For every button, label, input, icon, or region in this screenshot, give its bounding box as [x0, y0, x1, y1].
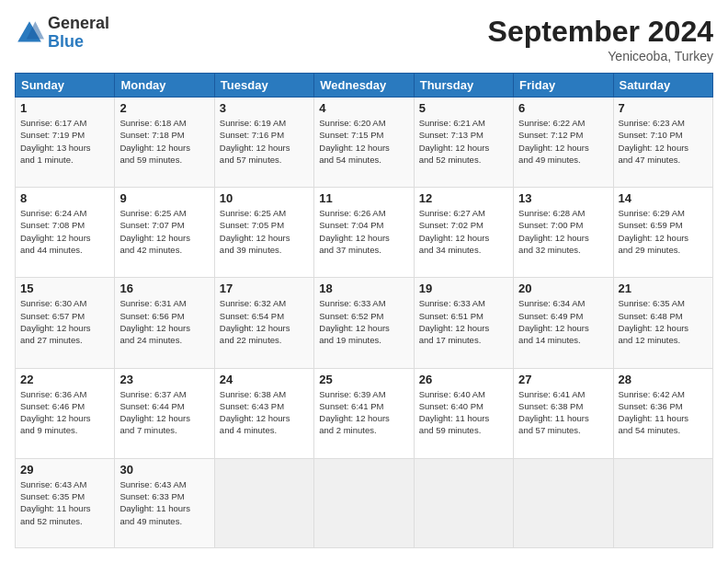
day-cell: 2Sunrise: 6:18 AM Sunset: 7:18 PM Daylig… [115, 98, 214, 188]
day-cell: 24Sunrise: 6:38 AM Sunset: 6:43 PM Dayli… [214, 368, 313, 458]
day-cell: 23Sunrise: 6:37 AM Sunset: 6:44 PM Dayli… [115, 368, 214, 458]
day-cell: 27Sunrise: 6:41 AM Sunset: 6:38 PM Dayli… [514, 368, 613, 458]
day-cell: 3Sunrise: 6:19 AM Sunset: 7:16 PM Daylig… [214, 98, 313, 188]
col-wednesday: Wednesday [314, 74, 414, 98]
day-cell: 5Sunrise: 6:21 AM Sunset: 7:13 PM Daylig… [414, 98, 513, 188]
day-number: 4 [319, 101, 408, 115]
day-cell [514, 458, 613, 547]
col-friday: Friday [514, 74, 613, 98]
day-number: 2 [119, 101, 209, 115]
day-cell: 17Sunrise: 6:32 AM Sunset: 6:54 PM Dayli… [214, 278, 313, 368]
day-info: Sunrise: 6:28 AM Sunset: 7:00 PM Dayligh… [518, 207, 608, 256]
logo-text: General Blue [48, 15, 109, 52]
title-block: September 2024 Yeniceoba, Turkey [488, 15, 713, 63]
day-number: 27 [518, 373, 608, 386]
day-info: Sunrise: 6:35 AM Sunset: 6:48 PM Dayligh… [619, 297, 708, 346]
col-monday: Monday [115, 74, 214, 98]
day-cell: 13Sunrise: 6:28 AM Sunset: 7:00 PM Dayli… [514, 188, 613, 278]
day-cell [613, 458, 712, 547]
day-number: 14 [619, 191, 708, 205]
day-cell [314, 458, 414, 547]
day-cell: 20Sunrise: 6:34 AM Sunset: 6:49 PM Dayli… [514, 278, 613, 368]
day-cell [214, 458, 313, 547]
logo: General Blue [15, 15, 109, 52]
week-row-4: 22Sunrise: 6:36 AM Sunset: 6:46 PM Dayli… [16, 368, 713, 458]
month-title: September 2024 [488, 15, 713, 49]
day-info: Sunrise: 6:37 AM Sunset: 6:44 PM Dayligh… [119, 388, 209, 437]
day-number: 1 [20, 101, 109, 115]
day-cell: 8Sunrise: 6:24 AM Sunset: 7:08 PM Daylig… [16, 188, 115, 278]
day-info: Sunrise: 6:17 AM Sunset: 7:19 PM Dayligh… [20, 117, 109, 166]
day-info: Sunrise: 6:18 AM Sunset: 7:18 PM Dayligh… [119, 117, 209, 166]
col-thursday: Thursday [414, 74, 513, 98]
day-info: Sunrise: 6:23 AM Sunset: 7:10 PM Dayligh… [619, 117, 708, 166]
day-cell: 1Sunrise: 6:17 AM Sunset: 7:19 PM Daylig… [16, 98, 115, 188]
logo-blue: Blue [48, 33, 109, 52]
day-number: 29 [20, 463, 109, 477]
day-cell: 28Sunrise: 6:42 AM Sunset: 6:36 PM Dayli… [613, 368, 712, 458]
day-cell: 6Sunrise: 6:22 AM Sunset: 7:12 PM Daylig… [514, 98, 613, 188]
week-row-5: 29Sunrise: 6:43 AM Sunset: 6:35 PM Dayli… [16, 458, 713, 547]
day-info: Sunrise: 6:26 AM Sunset: 7:04 PM Dayligh… [319, 207, 408, 256]
day-number: 23 [119, 373, 209, 386]
day-info: Sunrise: 6:22 AM Sunset: 7:12 PM Dayligh… [518, 117, 608, 166]
day-cell: 4Sunrise: 6:20 AM Sunset: 7:15 PM Daylig… [314, 98, 414, 188]
calendar-header-row: Sunday Monday Tuesday Wednesday Thursday… [16, 74, 713, 98]
week-row-1: 1Sunrise: 6:17 AM Sunset: 7:19 PM Daylig… [16, 98, 713, 188]
day-number: 19 [419, 282, 508, 295]
day-cell: 18Sunrise: 6:33 AM Sunset: 6:52 PM Dayli… [314, 278, 414, 368]
day-cell: 7Sunrise: 6:23 AM Sunset: 7:10 PM Daylig… [613, 98, 712, 188]
col-tuesday: Tuesday [214, 74, 313, 98]
day-number: 16 [119, 282, 209, 295]
day-info: Sunrise: 6:32 AM Sunset: 6:54 PM Dayligh… [220, 297, 309, 346]
day-info: Sunrise: 6:34 AM Sunset: 6:49 PM Dayligh… [518, 297, 608, 346]
day-cell: 12Sunrise: 6:27 AM Sunset: 7:02 PM Dayli… [414, 188, 513, 278]
day-cell: 26Sunrise: 6:40 AM Sunset: 6:40 PM Dayli… [414, 368, 513, 458]
day-number: 25 [319, 373, 408, 386]
day-info: Sunrise: 6:20 AM Sunset: 7:15 PM Dayligh… [319, 117, 408, 166]
day-info: Sunrise: 6:30 AM Sunset: 6:57 PM Dayligh… [20, 297, 109, 346]
day-number: 26 [419, 373, 508, 386]
day-cell [414, 458, 513, 547]
header: General Blue September 2024 Yeniceoba, T… [15, 15, 713, 63]
day-info: Sunrise: 6:40 AM Sunset: 6:40 PM Dayligh… [419, 388, 508, 437]
page: General Blue September 2024 Yeniceoba, T… [0, 0, 728, 563]
day-number: 5 [419, 101, 508, 115]
day-info: Sunrise: 6:41 AM Sunset: 6:38 PM Dayligh… [518, 388, 608, 437]
day-cell: 29Sunrise: 6:43 AM Sunset: 6:35 PM Dayli… [16, 458, 115, 547]
day-cell: 16Sunrise: 6:31 AM Sunset: 6:56 PM Dayli… [115, 278, 214, 368]
day-cell: 9Sunrise: 6:25 AM Sunset: 7:07 PM Daylig… [115, 188, 214, 278]
day-number: 17 [220, 282, 309, 295]
day-info: Sunrise: 6:39 AM Sunset: 6:41 PM Dayligh… [319, 388, 408, 437]
day-info: Sunrise: 6:19 AM Sunset: 7:16 PM Dayligh… [220, 117, 309, 166]
day-info: Sunrise: 6:36 AM Sunset: 6:46 PM Dayligh… [20, 388, 109, 437]
location-subtitle: Yeniceoba, Turkey [488, 49, 713, 63]
day-number: 15 [20, 282, 109, 295]
day-number: 7 [619, 101, 708, 115]
day-number: 21 [619, 282, 708, 295]
day-info: Sunrise: 6:25 AM Sunset: 7:05 PM Dayligh… [220, 207, 309, 256]
day-info: Sunrise: 6:27 AM Sunset: 7:02 PM Dayligh… [419, 207, 508, 256]
day-cell: 10Sunrise: 6:25 AM Sunset: 7:05 PM Dayli… [214, 188, 313, 278]
col-saturday: Saturday [613, 74, 712, 98]
day-cell: 14Sunrise: 6:29 AM Sunset: 6:59 PM Dayli… [613, 188, 712, 278]
logo-icon [15, 18, 44, 48]
day-cell: 25Sunrise: 6:39 AM Sunset: 6:41 PM Dayli… [314, 368, 414, 458]
day-number: 9 [119, 191, 209, 205]
day-cell: 21Sunrise: 6:35 AM Sunset: 6:48 PM Dayli… [613, 278, 712, 368]
day-number: 10 [220, 191, 309, 205]
logo-general: General [48, 15, 109, 33]
day-info: Sunrise: 6:25 AM Sunset: 7:07 PM Dayligh… [119, 207, 209, 256]
col-sunday: Sunday [16, 74, 115, 98]
day-number: 3 [220, 101, 309, 115]
day-info: Sunrise: 6:43 AM Sunset: 6:35 PM Dayligh… [20, 478, 109, 527]
day-number: 8 [20, 191, 109, 205]
day-number: 24 [220, 373, 309, 386]
day-number: 28 [619, 373, 708, 386]
day-info: Sunrise: 6:42 AM Sunset: 6:36 PM Dayligh… [619, 388, 708, 437]
day-info: Sunrise: 6:24 AM Sunset: 7:08 PM Dayligh… [20, 207, 109, 256]
day-cell: 11Sunrise: 6:26 AM Sunset: 7:04 PM Dayli… [314, 188, 414, 278]
day-number: 13 [518, 191, 608, 205]
week-row-2: 8Sunrise: 6:24 AM Sunset: 7:08 PM Daylig… [16, 188, 713, 278]
day-cell: 19Sunrise: 6:33 AM Sunset: 6:51 PM Dayli… [414, 278, 513, 368]
